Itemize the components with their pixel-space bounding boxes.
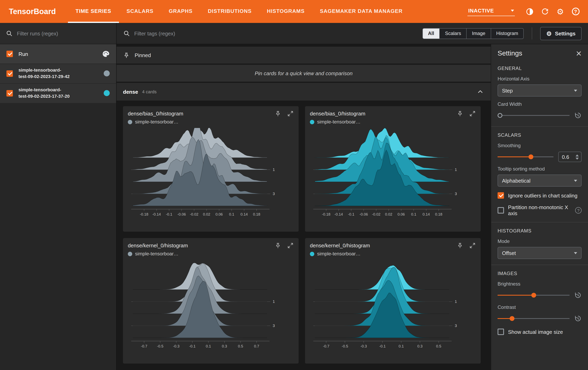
tab-sagemaker-data-manager[interactable]: SAGEMAKER DATA MANAGER <box>312 0 410 23</box>
fullscreen-button[interactable] <box>287 110 294 117</box>
restore-icon[interactable] <box>574 112 582 119</box>
select-all-runs-checkbox[interactable] <box>6 51 13 57</box>
step-up-icon[interactable] <box>576 154 579 156</box>
pin-card-button[interactable] <box>274 110 281 117</box>
settings-section-general: GENERAL Horizontal Axis Step Card Width <box>491 60 588 126</box>
pin-card-button[interactable] <box>457 242 463 249</box>
header-actions: INACTIVE ⚙ ? <box>467 0 588 23</box>
histogram-cards-grid: dense/bias_0/histogram simple-tensorboar… <box>116 100 491 369</box>
section-header-dense[interactable]: dense 4 cards <box>116 83 491 100</box>
tags-filter-input[interactable] <box>134 30 418 36</box>
card-run-label: simple-tensorboar… <box>135 251 178 257</box>
partition-x-axis-row[interactable]: Partition non-monotonic X axis ? <box>498 204 582 216</box>
histogram-chart[interactable]: 13-0.18-0.14-0.1-0.06-0.020.020.060.10.1… <box>310 125 476 222</box>
app-header: TensorBoard TIME SERIES SCALARS GRAPHS D… <box>0 0 588 23</box>
run-checkbox[interactable] <box>6 70 13 77</box>
help-icon[interactable]: ? <box>575 207 582 214</box>
show-actual-size-checkbox[interactable] <box>498 328 504 335</box>
svg-text:-0.02: -0.02 <box>372 212 380 216</box>
smoothing-slider[interactable] <box>498 154 553 160</box>
fullscreen-button[interactable] <box>287 242 294 249</box>
runs-filter-input[interactable] <box>17 30 111 36</box>
settings-section-images: IMAGES Brightness Contrast <box>491 265 588 341</box>
svg-text:-0.14: -0.14 <box>334 212 343 216</box>
partition-x-axis-checkbox[interactable] <box>498 207 504 214</box>
settings-panel-title: Settings <box>498 49 576 57</box>
collapse-section-icon[interactable] <box>476 88 484 96</box>
chip-image[interactable]: Image <box>466 28 491 39</box>
tab-histograms[interactable]: HISTOGRAMS <box>259 0 312 23</box>
tab-graphs[interactable]: GRAPHS <box>161 0 200 23</box>
chip-all[interactable]: All <box>422 28 440 39</box>
histogram-mode-select[interactable]: Offset <box>498 247 582 259</box>
chevron-down-icon <box>511 10 514 12</box>
svg-text:-0.1: -0.1 <box>379 344 386 348</box>
close-icon[interactable]: × <box>576 50 582 57</box>
tab-scalars[interactable]: SCALARS <box>119 0 161 23</box>
contrast-label: Contrast <box>498 305 582 310</box>
settings-button[interactable]: ⚙ Settings <box>540 27 582 40</box>
pinned-section-header[interactable]: Pinned <box>116 47 491 64</box>
step-down-icon[interactable] <box>576 157 579 160</box>
chip-scalars[interactable]: Scalars <box>439 28 467 39</box>
toolbar-divider <box>532 27 532 39</box>
help-icon[interactable]: ? <box>569 5 582 18</box>
chip-histogram[interactable]: Histogram <box>491 28 524 39</box>
svg-text:3: 3 <box>273 324 275 328</box>
settings-button-label: Settings <box>555 30 576 36</box>
gear-icon[interactable]: ⚙ <box>554 5 566 18</box>
tab-time-series[interactable]: TIME SERIES <box>68 0 119 23</box>
svg-text:3: 3 <box>273 192 275 196</box>
section-name: dense <box>123 89 138 95</box>
stepper-buttons[interactable] <box>576 154 581 160</box>
tooltip-sorting-select[interactable]: Alphabetical <box>498 174 582 187</box>
theme-toggle-icon[interactable] <box>524 5 536 18</box>
svg-text:-0.3: -0.3 <box>173 344 179 348</box>
slider-thumb[interactable] <box>531 293 536 298</box>
histogram-chart[interactable]: 13-0.18-0.14-0.1-0.06-0.020.020.060.10.1… <box>128 125 294 222</box>
card-title: dense/kernel_0/histogram <box>128 242 269 249</box>
ignore-outliers-row[interactable]: Ignore outliers in chart scaling <box>498 192 582 199</box>
svg-text:-0.5: -0.5 <box>157 344 163 348</box>
fullscreen-button[interactable] <box>469 110 476 117</box>
card-width-label: Card Width <box>498 101 582 107</box>
run-color-dot <box>128 120 132 124</box>
run-checkbox[interactable] <box>6 90 13 97</box>
tag-filter-bar: All Scalars Image Histogram ⚙ Settings <box>116 23 588 44</box>
run-color-dot <box>128 251 132 256</box>
settings-section-histograms: HISTOGRAMS Mode Offset <box>491 222 588 265</box>
histogram-chart[interactable]: 13-0.7-0.5-0.3-0.10.10.30.50.7 <box>128 257 294 354</box>
ignore-outliers-checkbox[interactable] <box>498 192 504 199</box>
pin-card-button[interactable] <box>274 242 281 249</box>
pin-card-button[interactable] <box>457 110 463 117</box>
palette-icon[interactable] <box>102 50 110 58</box>
restore-icon[interactable] <box>574 292 582 299</box>
refresh-icon[interactable] <box>539 5 551 18</box>
run-color-dot[interactable] <box>104 90 110 96</box>
fullscreen-button[interactable] <box>469 242 476 249</box>
card-width-slider[interactable] <box>498 113 569 118</box>
svg-text:0.1: 0.1 <box>411 212 416 216</box>
tab-distributions[interactable]: DISTRIBUTIONS <box>200 0 259 23</box>
restore-icon[interactable] <box>574 315 582 322</box>
svg-text:0.02: 0.02 <box>385 212 392 216</box>
run-color-dot[interactable] <box>104 71 110 76</box>
status-dropdown[interactable]: INACTIVE <box>467 7 515 16</box>
brightness-slider[interactable] <box>498 292 569 298</box>
run-item[interactable]: simple-tensorboard- test-09-02-2023-17-2… <box>0 64 116 83</box>
brightness-label: Brightness <box>498 281 582 287</box>
smoothing-value-input[interactable] <box>559 154 571 160</box>
run-item[interactable]: simple-tensorboard- test-09-02-2023-17-3… <box>0 83 116 103</box>
svg-text:-0.7: -0.7 <box>323 344 329 348</box>
slider-thumb[interactable] <box>498 113 502 118</box>
horizontal-axis-select[interactable]: Step <box>498 85 582 97</box>
slider-thumb[interactable] <box>510 316 514 321</box>
runs-header-row[interactable]: Run <box>0 44 116 64</box>
slider-thumb[interactable] <box>529 154 534 159</box>
show-actual-size-row[interactable]: Show actual image size <box>498 328 582 335</box>
svg-text:-0.18: -0.18 <box>322 212 330 216</box>
histogram-chart[interactable]: 13-0.7-0.5-0.3-0.10.10.30.5 <box>310 257 476 354</box>
section-heading: HISTOGRAMS <box>498 228 582 234</box>
contrast-slider[interactable] <box>498 316 569 321</box>
svg-text:1: 1 <box>273 167 275 172</box>
